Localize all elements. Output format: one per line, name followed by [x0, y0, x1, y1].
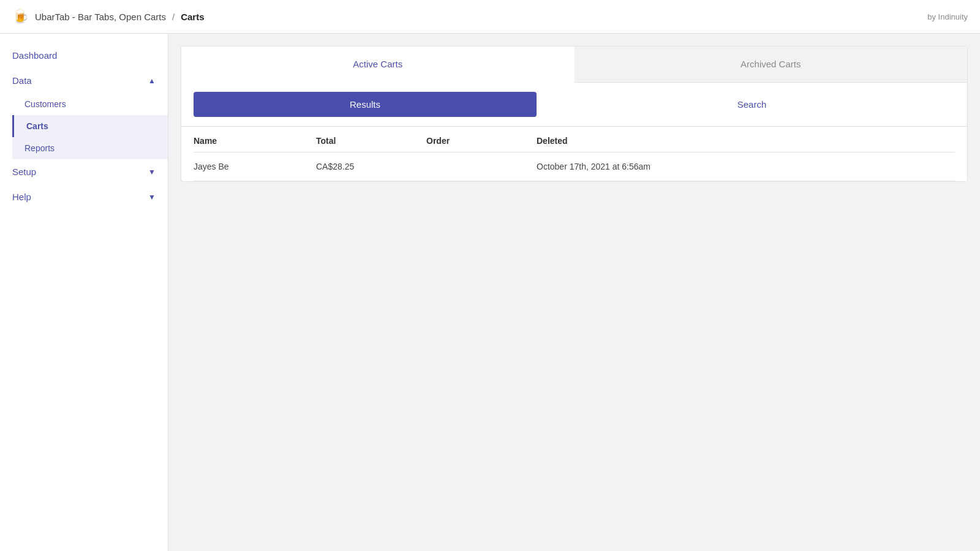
tab-archived-carts[interactable]: Archived Carts	[575, 47, 968, 82]
action-row: Results Search	[181, 83, 967, 127]
col-header-deleted: Deleted	[537, 136, 955, 146]
layout: Dashboard Data ▲ Customers Carts Reports…	[0, 34, 980, 551]
by-label: by Indinuity	[927, 12, 968, 21]
sidebar-setup-label: Setup	[12, 167, 36, 177]
main-content: Active Carts Archived Carts Results Sear…	[168, 34, 980, 551]
search-link[interactable]: Search	[549, 99, 955, 110]
table-container: Name Total Order Deleted Jayes Be CA$28.…	[181, 127, 967, 181]
sidebar-item-setup[interactable]: Setup ▼	[0, 159, 168, 184]
top-header: 🍺 UbarTab - Bar Tabs, Open Carts / Carts…	[0, 0, 980, 34]
sidebar: Dashboard Data ▲ Customers Carts Reports…	[0, 34, 168, 551]
col-header-total: Total	[316, 136, 426, 146]
chevron-down-icon-setup: ▼	[148, 168, 156, 176]
sidebar-sub-items: Customers Carts Reports	[0, 93, 168, 159]
sidebar-data-label: Data	[12, 75, 32, 86]
tabs-row: Active Carts Archived Carts	[181, 47, 967, 83]
carts-card: Active Carts Archived Carts Results Sear…	[181, 46, 968, 182]
chevron-up-icon: ▲	[148, 77, 156, 85]
cell-total: CA$28.25	[316, 162, 426, 171]
sidebar-item-customers[interactable]: Customers	[12, 93, 168, 115]
chevron-down-icon-help: ▼	[148, 193, 156, 201]
beer-icon: 🍺	[12, 9, 29, 24]
breadcrumb: 🍺 UbarTab - Bar Tabs, Open Carts / Carts	[12, 9, 205, 24]
results-button[interactable]: Results	[194, 92, 537, 117]
app-name: UbarTab - Bar Tabs, Open Carts	[35, 12, 166, 22]
sidebar-item-dashboard[interactable]: Dashboard	[0, 43, 168, 68]
tab-archived-carts-label: Archived Carts	[741, 59, 801, 69]
tab-active-carts[interactable]: Active Carts	[181, 47, 575, 83]
sidebar-reports-label: Reports	[24, 143, 55, 153]
sidebar-item-help[interactable]: Help ▼	[0, 184, 168, 209]
sidebar-item-data[interactable]: Data ▲	[0, 68, 168, 93]
sidebar-dashboard-label: Dashboard	[12, 50, 57, 61]
col-header-name: Name	[194, 136, 316, 146]
breadcrumb-current: Carts	[181, 12, 204, 22]
sidebar-item-carts[interactable]: Carts	[12, 115, 168, 137]
sidebar-help-label: Help	[12, 192, 31, 202]
tab-active-carts-label: Active Carts	[353, 59, 402, 69]
cell-deleted: October 17th, 2021 at 6:56am	[537, 162, 955, 171]
table-row[interactable]: Jayes Be CA$28.25 October 17th, 2021 at …	[194, 152, 955, 181]
cell-name: Jayes Be	[194, 162, 316, 171]
sidebar-customers-label: Customers	[24, 99, 66, 109]
col-header-order: Order	[426, 136, 537, 146]
table-header: Name Total Order Deleted	[194, 127, 955, 152]
breadcrumb-separator: /	[172, 12, 175, 22]
sidebar-carts-label: Carts	[26, 121, 48, 131]
sidebar-item-reports[interactable]: Reports	[12, 137, 168, 159]
